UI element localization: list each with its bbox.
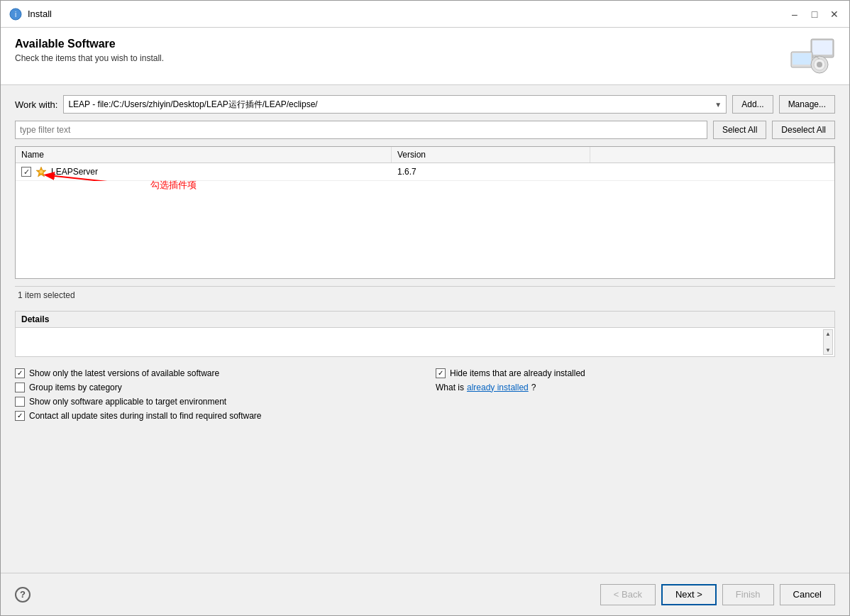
item-name: LEAPServer — [51, 167, 98, 177]
spacer — [15, 432, 835, 563]
option-target-checkbox[interactable] — [15, 397, 25, 407]
back-button[interactable]: < Back — [600, 584, 656, 605]
header-subtitle: Check the items that you wish to install… — [15, 53, 164, 63]
what-is-prefix: What is — [436, 383, 464, 392]
option-target-env: Show only software applicable to target … — [15, 397, 414, 407]
option-hide-installed: ✓ Hide items that are already installed — [436, 368, 835, 378]
help-button[interactable]: ? — [15, 587, 31, 603]
options-section: ✓ Show only the latest versions of avail… — [15, 364, 835, 425]
eclipse-logo-icon — [790, 38, 835, 75]
work-with-value: LEAP - file:/C:/Users/zhiyin/Desktop/LEA… — [68, 99, 317, 111]
footer-left: ? — [15, 587, 31, 603]
option-latest-versions: ✓ Show only the latest versions of avail… — [15, 368, 414, 378]
table-cell-version: 1.6.7 — [392, 163, 590, 180]
details-content: ▲ ▼ — [16, 328, 834, 356]
scroll-down-icon: ▼ — [825, 347, 831, 353]
finish-button[interactable]: Finish — [722, 584, 774, 605]
option-group-category: Group items by category — [15, 383, 414, 392]
svg-text:i: i — [15, 11, 16, 18]
title-bar: i Install – □ ✕ — [1, 1, 849, 28]
status-bar: 1 item selected — [15, 286, 835, 304]
filter-row: Select All Deselect All — [15, 121, 835, 139]
options-left: ✓ Show only the latest versions of avail… — [15, 368, 414, 421]
what-is-suffix: ? — [531, 383, 536, 392]
close-button[interactable]: ✕ — [828, 8, 841, 21]
option-group-checkbox[interactable] — [15, 383, 25, 392]
svg-rect-3 — [812, 40, 832, 55]
svg-point-8 — [817, 62, 822, 67]
manage-button[interactable]: Manage... — [779, 95, 835, 114]
option-contact-checkbox[interactable]: ✓ — [15, 411, 25, 421]
option-hide-checkbox[interactable]: ✓ — [436, 368, 446, 378]
cancel-button[interactable]: Cancel — [780, 584, 835, 605]
header-title: Available Software — [15, 38, 164, 50]
filter-input[interactable] — [15, 121, 707, 139]
col-version: Version — [392, 147, 590, 163]
details-section: Details ▲ ▼ — [15, 311, 835, 357]
work-with-label: Work with: — [15, 99, 57, 110]
install-icon: i — [9, 8, 22, 21]
svg-point-11 — [40, 170, 43, 174]
maximize-button[interactable]: □ — [808, 8, 821, 21]
add-button[interactable]: Add... — [732, 95, 773, 114]
combo-dropdown-icon: ▼ — [714, 101, 722, 109]
main-content: Work with: LEAP - file:/C:/Users/zhiyin/… — [1, 85, 849, 573]
install-window: i Install – □ ✕ Available Software Check… — [0, 0, 850, 616]
table-header: Name Version — [16, 147, 834, 163]
option-target-label: Show only software applicable to target … — [29, 397, 226, 407]
what-is-row: What is already installed ? — [436, 383, 835, 392]
title-bar-controls: – □ ✕ — [788, 8, 841, 21]
option-latest-label: Show only the latest versions of availab… — [29, 368, 219, 378]
table-cell-name: LEAPServer — [16, 163, 392, 180]
details-header: Details — [16, 312, 834, 328]
table-body: LEAPServer 1.6.7 勾选插件项 — [16, 163, 834, 181]
already-installed-link[interactable]: already installed — [467, 383, 529, 392]
option-group-label: Group items by category — [29, 383, 122, 392]
select-all-button[interactable]: Select All — [713, 121, 766, 139]
software-table: Name Version LEAPServer — [15, 146, 835, 279]
table-cell-extra — [590, 163, 834, 180]
deselect-all-button[interactable]: Deselect All — [772, 121, 835, 139]
header-area: Available Software Check the items that … — [1, 28, 849, 85]
item-version: 1.6.7 — [397, 167, 416, 177]
scroll-up-icon: ▲ — [825, 331, 831, 337]
next-button[interactable]: Next > — [661, 584, 717, 605]
header-text: Available Software Check the items that … — [15, 38, 164, 63]
title-bar-left: i Install — [9, 8, 52, 21]
option-hide-label: Hide items that are already installed — [450, 368, 585, 378]
svg-rect-5 — [793, 53, 811, 65]
status-text: 1 item selected — [18, 290, 75, 300]
header-icon — [790, 38, 835, 75]
option-latest-checkbox[interactable]: ✓ — [15, 368, 25, 378]
window-title: Install — [28, 9, 52, 19]
options-right: ✓ Hide items that are already installed … — [436, 368, 835, 421]
col-name: Name — [16, 147, 392, 163]
footer-right: < Back Next > Finish Cancel — [600, 584, 835, 605]
plugin-icon — [35, 166, 47, 177]
work-with-combo[interactable]: LEAP - file:/C:/Users/zhiyin/Desktop/LEA… — [63, 95, 727, 114]
details-scrollbar[interactable]: ▲ ▼ — [823, 329, 833, 355]
footer: ? < Back Next > Finish Cancel — [1, 573, 849, 615]
table-row[interactable]: LEAPServer 1.6.7 — [16, 163, 834, 181]
col-extra — [590, 147, 834, 163]
option-contact-sites: ✓ Contact all update sites during instal… — [15, 411, 414, 421]
minimize-button[interactable]: – — [788, 8, 801, 21]
work-with-row: Work with: LEAP - file:/C:/Users/zhiyin/… — [15, 95, 835, 114]
item-checkbox[interactable] — [21, 167, 31, 177]
option-contact-label: Contact all update sites during install … — [29, 411, 262, 421]
